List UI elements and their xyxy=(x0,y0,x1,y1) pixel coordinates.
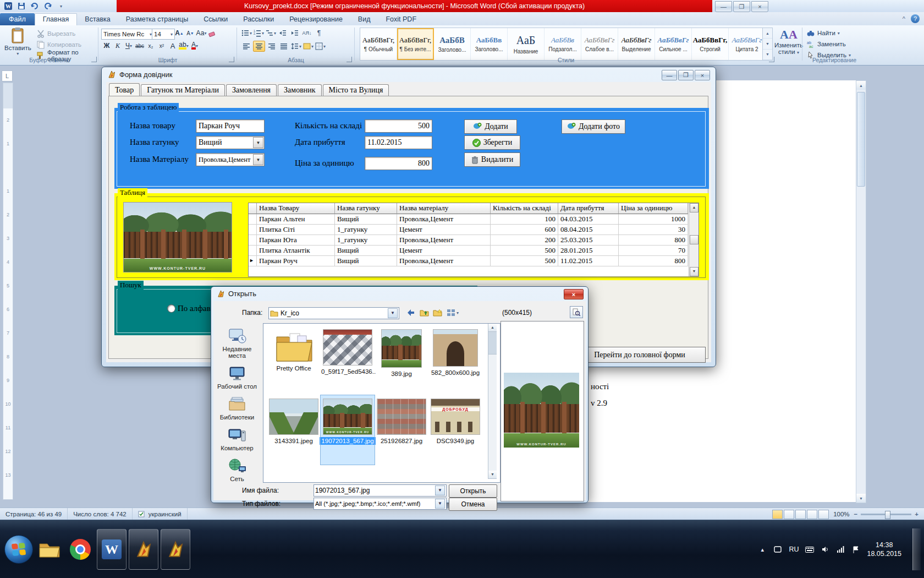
show-hidden-icons[interactable]: ▴ xyxy=(758,546,767,553)
tab-foxit[interactable]: Foxit PDF xyxy=(378,14,424,25)
align-center-icon[interactable] xyxy=(253,41,265,52)
bold-button[interactable]: Ж xyxy=(101,41,112,51)
open-button[interactable]: Открыть xyxy=(449,484,497,498)
file-item[interactable]: 3143391.jpeg xyxy=(267,395,321,465)
view-draft-icon[interactable] xyxy=(818,510,829,519)
replace-button[interactable]: abacЗаменить xyxy=(806,39,846,50)
paste-button[interactable]: Вставить▾ xyxy=(4,27,31,56)
grid-row[interactable]: Паркан Юта1_гатункуПроволка,Цемент20025.… xyxy=(249,235,698,246)
tab-stop-selector[interactable]: L xyxy=(2,70,13,81)
place-network[interactable]: Сеть xyxy=(217,459,257,482)
volume-icon[interactable] xyxy=(821,546,829,553)
file-item[interactable]: 582_800x600.jpg xyxy=(428,326,482,395)
zoom-slider[interactable] xyxy=(861,514,911,515)
grid-row[interactable]: Плитка АтлантікВищийЦемент50028.01.20157… xyxy=(249,246,698,256)
material-combobox[interactable]: Проволка,Цемент▼ xyxy=(196,153,265,166)
styles-gallery-scrollbar[interactable]: ▲▼▼ xyxy=(762,28,773,61)
change-case-button[interactable]: Аа▾ xyxy=(196,28,207,38)
tray-app-icon[interactable] xyxy=(773,546,782,553)
network-icon[interactable] xyxy=(836,546,845,553)
cancel-button[interactable]: Отмена xyxy=(449,498,497,511)
filename-combobox[interactable]: 19072013_567.jpg▼ xyxy=(314,484,447,497)
language-indicator[interactable]: украинский xyxy=(133,508,188,520)
zoom-in-icon[interactable]: + xyxy=(915,511,919,517)
highlight-button[interactable]: ab▾ xyxy=(178,41,189,51)
start-button[interactable] xyxy=(4,535,33,564)
clear-formatting-button[interactable] xyxy=(207,28,218,38)
place-computer[interactable]: Компьютер xyxy=(217,428,257,451)
cut-button[interactable]: Вырезать xyxy=(36,28,98,39)
file-list-scrollbar[interactable]: ▲ ▼ xyxy=(488,324,497,479)
arrival-date-input[interactable]: 11.02.2015 xyxy=(365,136,432,149)
grade-combobox[interactable]: Вищий▼ xyxy=(196,136,265,149)
style-item[interactable]: АаБбВвПодзагол... xyxy=(544,28,581,60)
add-button[interactable]: Додати xyxy=(464,119,517,134)
word-app-icon[interactable]: W xyxy=(3,1,13,11)
customize-qat-icon[interactable]: ▾ xyxy=(56,1,66,11)
subscript-button[interactable]: x₂ xyxy=(145,41,156,51)
numbering-icon[interactable]: 1.2.▾ xyxy=(253,28,264,38)
clock[interactable]: 14:38 18.05.2015 xyxy=(867,541,901,558)
view-web-icon[interactable] xyxy=(795,510,806,519)
save-icon[interactable] xyxy=(16,1,26,11)
underline-button[interactable]: Ч▾ xyxy=(123,41,134,51)
taskbar-item-word[interactable]: W xyxy=(97,529,127,570)
tab-insert[interactable]: Вставка xyxy=(77,14,118,25)
shrink-font-button[interactable]: А▼ xyxy=(185,28,196,38)
view-print-layout-icon[interactable] xyxy=(772,510,783,519)
style-item[interactable]: АаБбВвГгЦитата 2 xyxy=(729,28,766,60)
decrease-indent-icon[interactable] xyxy=(277,28,288,38)
close-button[interactable]: × xyxy=(695,70,710,80)
font-size-combo[interactable]: 14▾ xyxy=(152,29,175,40)
page-indicator[interactable]: Страница: 46 из 49 xyxy=(0,508,68,520)
grid-scrollbar[interactable]: ▲ ▼ xyxy=(689,203,698,276)
style-item[interactable]: АаБбВЗаголово... xyxy=(434,28,471,60)
style-item-selected[interactable]: АаБбВвГг,¶ Без инте... xyxy=(397,28,434,60)
file-item-selected[interactable]: WWW.KONTUR-TVER.RU 19072013_567.jpg xyxy=(321,395,375,465)
strikethrough-button[interactable]: abc xyxy=(134,41,145,51)
maximize-button[interactable]: ❐ xyxy=(678,70,694,80)
paragraph-dialog-launcher[interactable] xyxy=(346,57,352,62)
style-item[interactable]: АаБбВвГгВыделение xyxy=(618,28,655,60)
grid-row[interactable]: Паркан АльтенВищийПроволка,Цемент10004.0… xyxy=(249,214,698,225)
file-item[interactable]: 251926827.jpg xyxy=(375,395,428,465)
minimize-button[interactable]: — xyxy=(715,1,732,12)
file-item[interactable]: 389.jpg xyxy=(375,326,428,395)
text-effects-button[interactable]: А xyxy=(167,41,178,51)
zoom-out-icon[interactable]: − xyxy=(854,511,858,517)
taskbar-item-chrome[interactable] xyxy=(66,530,95,569)
style-item[interactable]: АаБНазвание xyxy=(508,28,544,60)
tab-references[interactable]: Ссылки xyxy=(196,14,235,25)
document-scrollbar[interactable]: ▲ ▼ xyxy=(856,80,866,503)
collapse-ribbon-icon[interactable]: ^ xyxy=(903,15,905,22)
superscript-button[interactable]: x² xyxy=(156,41,167,51)
file-item[interactable]: 0_59f17_5ed5436... xyxy=(321,326,375,395)
preview-toggle-icon[interactable] xyxy=(570,306,583,318)
line-spacing-icon[interactable]: ▾ xyxy=(290,41,301,51)
place-desktop[interactable]: Рабочий стол xyxy=(217,366,257,390)
pilcrow-icon[interactable]: ¶ xyxy=(314,28,324,38)
action-center-flag-icon[interactable] xyxy=(851,546,860,553)
grow-font-button[interactable]: А▲ xyxy=(174,28,185,38)
add-photo-button[interactable]: Додати фото xyxy=(562,119,625,134)
grid-row-current[interactable]: ►Паркан РоучВищийПроволка,Цемент50011.02… xyxy=(249,256,698,266)
style-item[interactable]: АаБбВвЗаголово... xyxy=(471,28,508,60)
new-folder-icon[interactable] xyxy=(431,307,443,318)
taskbar-item-delphi-app-2[interactable] xyxy=(161,529,190,570)
tab-home[interactable]: Главная xyxy=(35,13,78,25)
zoom-level[interactable]: 100% xyxy=(833,511,849,517)
language-indicator[interactable]: RU xyxy=(789,546,799,553)
style-item[interactable]: АаБбВвГг,Строгий xyxy=(692,28,729,60)
increase-indent-icon[interactable] xyxy=(289,28,300,38)
undo-icon[interactable] xyxy=(30,1,40,11)
keyboard-icon[interactable] xyxy=(805,546,814,553)
alphabet-radio[interactable] xyxy=(167,304,175,313)
up-one-level-icon[interactable] xyxy=(418,307,430,318)
view-menu-icon[interactable]: ▾ xyxy=(444,307,461,318)
italic-button[interactable]: К xyxy=(112,41,123,51)
close-icon[interactable]: × xyxy=(564,289,584,299)
align-left-icon[interactable] xyxy=(241,41,252,51)
grid-row[interactable]: Плитка Сіті1_гатункуЦемент60008.04.20153… xyxy=(249,225,698,235)
bullets-icon[interactable]: ▾ xyxy=(241,28,252,38)
clipboard-dialog-launcher[interactable] xyxy=(91,57,97,62)
